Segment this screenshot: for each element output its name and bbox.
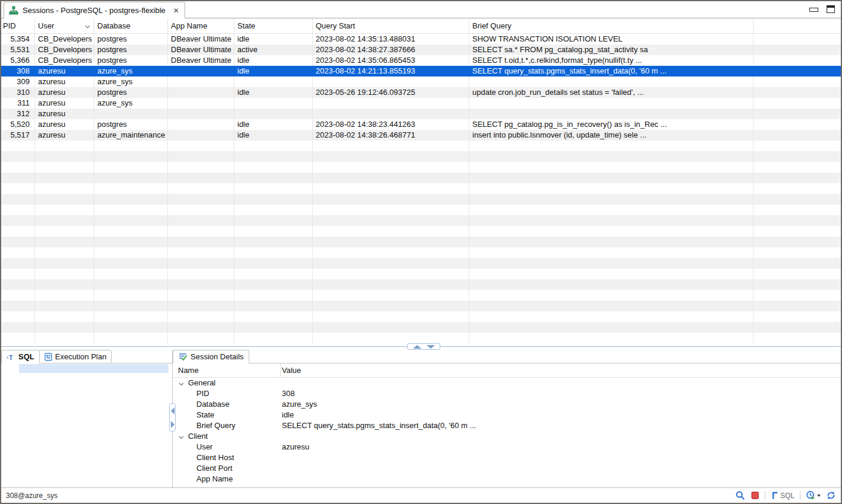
table-cell xyxy=(94,237,168,247)
table-cell xyxy=(754,194,841,205)
table-cell xyxy=(234,269,313,279)
table-cell xyxy=(754,109,841,119)
column-header-pid[interactable]: PID xyxy=(1,18,35,33)
table-cell: DBeaver Ultimate xyxy=(168,44,234,55)
table-cell xyxy=(1,322,35,333)
column-header-query-start[interactable]: Query Start xyxy=(313,18,469,33)
auto-refresh-icon[interactable] xyxy=(806,490,821,500)
table-row-empty xyxy=(1,205,841,215)
detail-group-row[interactable]: General xyxy=(173,378,841,388)
table-row[interactable]: 5,366CB_DeveloperspostgresDBeaver Ultima… xyxy=(1,55,841,66)
tab-execution-plan[interactable]: Execution Plan xyxy=(39,350,112,363)
table-cell xyxy=(754,55,841,66)
table-row[interactable]: 309azuresuazure_sys xyxy=(1,76,841,87)
table-cell xyxy=(754,130,841,141)
column-header-app-name[interactable]: App Name xyxy=(168,18,234,33)
search-icon[interactable] xyxy=(735,490,745,500)
sessions-tab[interactable]: Sessions - PostgreSQL - postgres-flexibl… xyxy=(4,2,185,18)
table-row[interactable]: 311azuresuazure_sys xyxy=(1,98,841,109)
table-cell xyxy=(313,247,469,258)
table-row[interactable]: 310azuresupostgresidle2023-05-26 19:12:4… xyxy=(1,87,841,98)
tab-sql[interactable]: ‹ T SQL xyxy=(1,350,40,363)
detail-item-name: Client Host xyxy=(196,452,234,463)
table-row[interactable]: 312azuresu xyxy=(1,109,841,119)
table-cell: idle xyxy=(234,130,313,141)
column-header-database[interactable]: Database xyxy=(94,18,168,33)
detail-item-name: PID xyxy=(196,388,209,399)
table-cell xyxy=(168,162,234,173)
close-icon[interactable]: ✕ xyxy=(173,7,179,15)
detail-item-name: App Name xyxy=(196,474,233,484)
table-cell: CB_Developers xyxy=(35,34,94,44)
table-cell xyxy=(1,183,35,194)
table-cell xyxy=(1,258,35,269)
table-cell xyxy=(1,237,35,247)
detail-item-row[interactable]: Databaseazure_sys xyxy=(173,399,841,410)
stop-icon[interactable] xyxy=(751,491,760,500)
table-cell: SELECT t.oid,t.*,c.relkind,format_type(n… xyxy=(469,55,754,66)
table-cell xyxy=(313,269,469,279)
table-row[interactable]: 5,517azuresuazure_maintenanceidle2023-08… xyxy=(1,130,841,141)
table-cell xyxy=(168,205,234,215)
table-cell: 2023-08-02 14:38:26.468771 xyxy=(313,130,469,141)
table-cell xyxy=(168,173,234,183)
table-cell xyxy=(94,194,168,205)
table-row[interactable]: 5,354CB_DeveloperspostgresDBeaver Ultima… xyxy=(1,34,841,44)
table-row[interactable]: 5,520azuresupostgresidle2023-08-02 14:38… xyxy=(1,119,841,130)
table-cell: azure_sys xyxy=(94,76,168,87)
detail-item-name: Client Port xyxy=(196,463,233,474)
sql-dialect-icon[interactable]: SQL xyxy=(771,491,795,500)
detail-item-name: State xyxy=(196,410,214,420)
table-cell xyxy=(94,247,168,258)
table-cell xyxy=(313,194,469,205)
table-cell: DBeaver Ultimate xyxy=(168,55,234,66)
refresh-icon[interactable] xyxy=(826,490,836,500)
table-cell xyxy=(469,141,754,151)
tab-session-details[interactable]: Session Details xyxy=(173,350,249,363)
table-cell: postgres xyxy=(94,34,168,44)
minimize-icon[interactable] xyxy=(809,8,818,12)
table-cell xyxy=(94,173,168,183)
sql-editor[interactable] xyxy=(1,363,172,487)
detail-item-row[interactable]: Client Host xyxy=(173,452,841,463)
table-row-empty xyxy=(1,173,841,183)
column-header-user[interactable]: User xyxy=(35,18,94,33)
detail-item-row[interactable]: App Name xyxy=(173,474,841,484)
table-cell: postgres xyxy=(94,44,168,55)
table-cell xyxy=(35,333,94,343)
table-cell xyxy=(94,301,168,311)
svg-text:T: T xyxy=(9,353,13,361)
detail-item-row[interactable]: Userazuresu xyxy=(173,442,841,452)
table-cell xyxy=(94,290,168,301)
session-details-rows: GeneralPID308Databaseazure_sysStateidleB… xyxy=(173,378,841,487)
session-details-icon xyxy=(178,352,188,361)
table-row[interactable]: 308azuresuazure_sysidle2023-08-02 14:21:… xyxy=(1,66,841,76)
splitter-collapse-handle[interactable] xyxy=(407,343,440,350)
column-header-state[interactable]: State xyxy=(234,18,313,33)
table-row[interactable]: 5,531CB_DeveloperspostgresDBeaver Ultima… xyxy=(1,44,841,55)
detail-item-row[interactable]: PID308 xyxy=(173,388,841,399)
table-cell xyxy=(234,141,313,151)
table-cell: 310 xyxy=(1,87,35,98)
status-session-id: 308@azure_sys xyxy=(6,492,58,500)
sessions-tree-icon xyxy=(9,6,18,15)
table-cell xyxy=(754,173,841,183)
table-cell xyxy=(1,162,35,173)
table-cell xyxy=(313,98,469,109)
maximize-icon[interactable] xyxy=(827,5,835,13)
detail-group-label: Client xyxy=(188,431,208,442)
detail-item-row[interactable]: Client Port xyxy=(173,463,841,474)
table-cell xyxy=(754,162,841,173)
table-cell xyxy=(168,247,234,258)
detail-group-row[interactable]: Client xyxy=(173,431,841,442)
table-cell xyxy=(234,226,313,237)
table-cell xyxy=(168,98,234,109)
detail-item-row[interactable]: Stateidle xyxy=(173,410,841,420)
table-cell: 5,354 xyxy=(1,34,35,44)
column-header-brief-query[interactable]: Brief Query xyxy=(469,18,754,33)
detail-item-row[interactable]: Brief QuerySELECT query_stats.pgms_stats… xyxy=(173,420,841,431)
table-cell xyxy=(234,109,313,119)
details-header-divider xyxy=(280,363,281,378)
table-cell xyxy=(94,215,168,226)
bottom-panel: ‹ T SQL Executio xyxy=(1,350,841,487)
